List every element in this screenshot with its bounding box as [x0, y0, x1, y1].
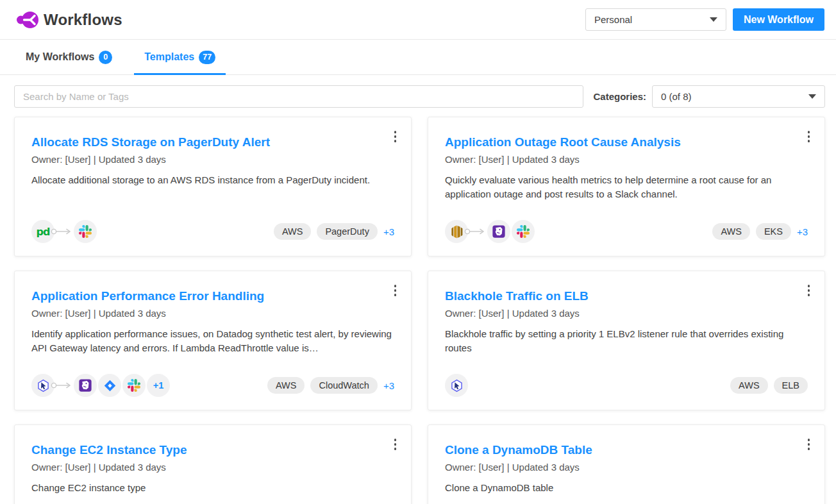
tag-pill: EKS: [756, 223, 791, 240]
tag-list: AWSELB: [730, 377, 808, 394]
tag-list: AWSCloudWatch+3: [267, 377, 394, 394]
integration-icons: [445, 374, 469, 397]
slack-icon: [122, 374, 146, 397]
datadog-icon: [74, 374, 97, 397]
tag-pill: CloudWatch: [310, 377, 377, 394]
workflow-card: Change EC2 Instance TypeOwner: [User] | …: [14, 424, 412, 504]
filter-bar: Categories: 0 (of 8): [14, 85, 825, 108]
integration-icons: pd: [31, 220, 98, 243]
tag-pill: AWS: [712, 223, 750, 240]
tag-pill: AWS: [730, 377, 768, 394]
workflow-title-link[interactable]: Application Outage Root Cause Analysis: [445, 135, 791, 149]
card-footer: pdAWSPagerDuty+3: [31, 220, 394, 243]
more-options-button[interactable]: [392, 437, 399, 452]
more-tags-link[interactable]: +3: [383, 226, 394, 237]
workflow-meta: Owner: [User] | Updated 3 days: [31, 308, 394, 319]
slack-icon: [512, 220, 535, 243]
card-footer: AWSEKS+3: [445, 220, 808, 243]
flow-arrow-icon: [51, 381, 72, 390]
chevron-down-icon: [808, 94, 816, 99]
more-options-button[interactable]: [392, 283, 399, 298]
workflow-title-link[interactable]: Allocate RDS Storage on PagerDuty Alert: [31, 135, 378, 149]
more-options-button[interactable]: [806, 129, 812, 144]
tab-label: My Workflows: [26, 51, 94, 63]
flow-arrow-icon: [51, 227, 72, 236]
workspace-selector[interactable]: Personal: [585, 8, 726, 31]
workspace-selector-value: Personal: [594, 14, 632, 25]
workflow-description: Change EC2 instance type: [31, 481, 394, 495]
more-options-button[interactable]: [806, 437, 812, 452]
card-footer: AWSELB: [445, 374, 808, 397]
workflow-card: Clone a DynamoDB TableOwner: [User] | Up…: [428, 424, 825, 504]
more-options-button[interactable]: [806, 283, 812, 298]
tab-label: Templates: [144, 51, 194, 63]
tab-count-badge: 0: [99, 51, 112, 64]
workflow-title-link[interactable]: Change EC2 Instance Type: [31, 443, 378, 457]
workflow-meta: Owner: [User] | Updated 3 days: [31, 462, 394, 473]
chevron-down-icon: [710, 17, 717, 22]
categories-label: Categories:: [593, 91, 646, 102]
more-integrations-badge[interactable]: +1: [147, 374, 170, 397]
workflow-card: Blackhole Traffic on ELBOwner: [User] | …: [428, 271, 825, 410]
tab-templates[interactable]: Templates 77: [134, 40, 226, 74]
workflow-title-link[interactable]: Blackhole Traffic on ELB: [445, 289, 791, 303]
new-workflow-button[interactable]: New Workflow: [733, 8, 824, 31]
more-options-button[interactable]: [392, 129, 399, 144]
workflow-card: Application Outage Root Cause AnalysisOw…: [428, 117, 825, 256]
workflow-card: Allocate RDS Storage on PagerDuty AlertO…: [14, 117, 412, 256]
workflow-meta: Owner: [User] | Updated 3 days: [445, 462, 808, 473]
tag-list: AWSEKS+3: [712, 223, 808, 240]
workflow-description: Blackhole traffic by setting a priority …: [445, 327, 808, 355]
workflow-meta: Owner: [User] | Updated 3 days: [31, 154, 394, 165]
workflow-card-grid: Allocate RDS Storage on PagerDuty AlertO…: [14, 117, 825, 504]
jira-icon: [98, 374, 121, 397]
more-tags-link[interactable]: +3: [797, 226, 808, 237]
page-title: Workflows: [44, 11, 122, 29]
workflow-description: Identify application performance issues,…: [31, 327, 394, 355]
workflow-description: Allocate additional storage to an AWS RD…: [31, 173, 394, 187]
tag-pill: PagerDuty: [317, 223, 378, 240]
categories-selector-value: 0 (of 8): [661, 91, 692, 102]
app-header: Workflows Personal New Workflow: [0, 0, 836, 40]
tab-bar: My Workflows 0 Templates 77: [0, 40, 836, 75]
workflow-title-link[interactable]: Clone a DynamoDB Table: [445, 443, 791, 457]
integration-icons: +1: [31, 374, 171, 397]
workflow-meta: Owner: [User] | Updated 3 days: [445, 308, 808, 319]
tag-pill: AWS: [267, 377, 305, 394]
card-footer: +1AWSCloudWatch+3: [31, 374, 394, 397]
workflow-description: Quickly evaluate various health metrics …: [445, 173, 808, 201]
search-input[interactable]: [14, 85, 583, 108]
workflow-card: Application Performance Error HandlingOw…: [14, 271, 412, 410]
tag-pill: AWS: [274, 223, 312, 240]
categories-selector[interactable]: 0 (of 8): [652, 85, 825, 108]
tab-my-workflows[interactable]: My Workflows 0: [15, 40, 122, 74]
workflow-description: Clone a DynamoDB table: [445, 481, 808, 495]
workflow-title-link[interactable]: Application Performance Error Handling: [31, 289, 378, 303]
tag-pill: ELB: [774, 377, 808, 394]
workflow-meta: Owner: [User] | Updated 3 days: [445, 154, 808, 165]
datadog-icon: [487, 220, 510, 243]
integration-icons: [445, 220, 536, 243]
flow-arrow-icon: [464, 227, 486, 236]
tab-count-badge: 77: [199, 51, 215, 64]
app-logo-icon: [15, 8, 40, 31]
tag-list: AWSPagerDuty+3: [274, 223, 394, 240]
more-tags-link[interactable]: +3: [383, 380, 394, 391]
slack-icon: [74, 220, 97, 243]
hexagon-cursor-icon: [445, 374, 468, 397]
